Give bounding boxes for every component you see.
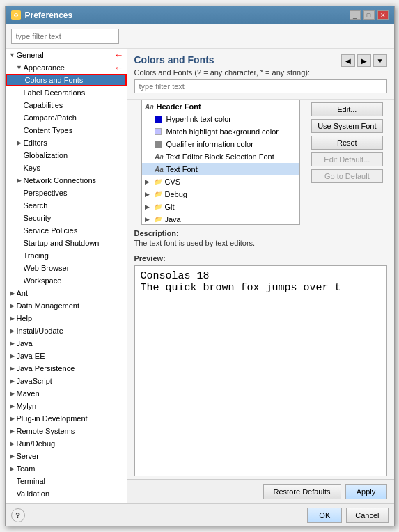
aa-icon: Aa [145,102,155,111]
expand-icon: ▶ [8,352,17,360]
tree-item-install-update[interactable]: ▶ Install/Update [6,324,127,337]
restore-defaults-button[interactable]: Restore Defaults [263,484,341,499]
list-item[interactable]: Hyperlink text color [142,113,300,125]
close-button[interactable]: ✕ [377,10,389,20]
list-item[interactable]: ▶ 📁 Git [142,201,300,213]
tree-item-globalization[interactable]: ▶ Globalization [6,149,127,162]
font-list: Aa Header Font Hyperlink text color Matc… [142,100,300,224]
expand-icon: ▶ [8,452,17,460]
cancel-button[interactable]: Cancel [346,508,388,523]
tree-item-workspace[interactable]: ▶ Workspace [6,274,127,287]
tree-item-tracing[interactable]: ▶ Tracing [6,249,127,262]
folder-icon: 📁 [153,202,163,212]
list-item[interactable]: Qualifier information color [142,138,300,150]
list-item[interactable]: Aa Header Font [142,100,300,113]
tree-item-security[interactable]: ▶ Security [6,212,127,224]
main-content: ▼ General ← ▼ Appearance ← Colors and Fo… [6,49,394,503]
expand-icon: ▶ [8,427,17,435]
color-icon [155,127,164,136]
list-item[interactable]: ▶ 📁 CVS [142,175,300,188]
list-item-text-font[interactable]: Aa Text Font [142,163,300,175]
tree-item-remote-systems[interactable]: ▶ Remote Systems [6,425,127,437]
tree-item-compare-patch[interactable]: ▶ Compare/Patch [6,111,127,124]
expand-icon: ▼ [15,63,24,72]
list-item[interactable]: Aa Text Editor Block Selection Font [142,150,300,163]
red-arrow-appearance: ← [114,62,124,73]
preferences-dialog: ⚙ Preferences _ □ ✕ ▼ General ← ▼ Appear… [5,6,395,526]
tree-item-web-browser[interactable]: ▶ Web Browser [6,262,127,274]
minimize-button[interactable]: _ [350,10,361,20]
folder-icon: 📁 [153,214,163,224]
expand-icon: ▶ [8,414,17,423]
help-button[interactable]: ? [11,508,25,522]
left-filter-input[interactable] [11,29,119,44]
font-list-area: Aa Header Font Hyperlink text color Matc… [134,100,387,225]
edit-default-button[interactable]: Edit Default... [311,152,382,166]
tree-item-network-connections[interactable]: ▶ Network Connections [6,174,127,187]
action-buttons: Edit... Use System Font Reset Edit Defau… [307,100,386,225]
tree-item-help[interactable]: ▶ Help [6,312,127,324]
window-icon: ⚙ [11,10,21,20]
dropdown-button[interactable]: ▼ [373,54,387,67]
tree-item-plugin-development[interactable]: ▶ Plug-in Development [6,412,127,425]
tree-item-java-ee[interactable]: ▶ Java EE [6,350,127,362]
edit-button[interactable]: Edit... [311,102,382,116]
tree-item-validation[interactable]: ▶ Validation [6,487,127,500]
tree-item-search[interactable]: ▶ Search [6,199,127,212]
tree-item-team[interactable]: ▶ Team [6,462,127,475]
list-item[interactable]: ▶ 📁 Java [142,213,300,224]
expand-icon: ▶ [145,178,153,185]
tree-item-general[interactable]: ▼ General ← [6,49,127,61]
aa-icon: Aa [155,152,164,162]
color-icon [155,139,164,149]
tree-item-java[interactable]: ▶ Java [6,337,127,350]
tree-item-appearance[interactable]: ▼ Appearance ← [6,61,127,74]
expand-icon: ▶ [8,289,17,297]
red-arrow-general: ← [114,49,124,61]
right-header: Colors and Fonts ◀ ▶ ▼ Colors and Fonts … [127,49,394,100]
expand-icon: ▶ [15,176,24,185]
tree-item-content-types[interactable]: ▶ Content Types [6,124,127,136]
back-button[interactable]: ◀ [341,54,355,67]
tree-item-server[interactable]: ▶ Server [6,450,127,462]
reset-button[interactable]: Reset [311,136,382,150]
tree-item-label-decorations[interactable]: Label Decorations [6,86,127,99]
tree-item-perspectives[interactable]: ▶ Perspectives [6,187,127,199]
title-bar: ⚙ Preferences _ □ ✕ [6,6,394,24]
tree-item-run-debug[interactable]: ▶ Run/Debug [6,437,127,450]
maximize-button[interactable]: □ [363,10,375,20]
expand-icon: ▶ [8,327,17,335]
preview-box: Consolas 18 The quick brown fox jumps ov… [134,265,387,476]
use-system-font-button[interactable]: Use System Font [311,119,382,133]
list-item[interactable]: Match highlight background color [142,125,300,138]
list-item[interactable]: ▶ 📁 Debug [142,188,300,201]
tree-item-capabilities[interactable]: ▶ Capabilities [6,99,127,111]
tree-item-keys[interactable]: ▶ Keys [6,162,127,174]
go-to-default-button[interactable]: Go to Default [311,169,382,183]
tree-item-startup-shutdown[interactable]: ▶ Startup and Shutdown [6,237,127,249]
forward-button[interactable]: ▶ [357,54,371,67]
right-filter-input[interactable] [134,79,387,93]
tree-item-data-management[interactable]: ▶ Data Management [6,299,127,312]
tree-item-maven[interactable]: ▶ Maven [6,387,127,400]
expand-icon: ▶ [8,377,17,385]
tree-item-ant[interactable]: ▶ Ant [6,287,127,299]
tree-item-colors-fonts[interactable]: Colors and Fonts [6,74,127,86]
apply-button[interactable]: Apply [345,484,387,499]
page-subtitle: Colors and Fonts (? = any character, * =… [134,68,387,77]
tree-item-mylyn[interactable]: ▶ Mylyn [6,400,127,412]
aa-icon: Aa [155,164,164,174]
preview-area: Preview: Consolas 18 The quick brown fox… [127,251,394,479]
tree-item-service-policies[interactable]: ▶ Service Policies [6,224,127,237]
description-text: The text font is used by text editors. [134,239,387,247]
tree-item-terminal[interactable]: ▶ Terminal [6,475,127,487]
tree-item-javascript[interactable]: ▶ JavaScript [6,375,127,387]
preview-title: Preview: [134,254,387,263]
expand-icon: ▶ [8,439,17,448]
tree-item-editors[interactable]: ▶ Editors [6,136,127,149]
tree-item-java-persistence[interactable]: ▶ Java Persistence [6,362,127,375]
expand-icon: ▶ [8,314,17,322]
ok-button[interactable]: OK [307,508,342,523]
preview-line2: The quick brown fox jumps over t [141,282,381,294]
expand-icon: ▶ [145,203,153,210]
